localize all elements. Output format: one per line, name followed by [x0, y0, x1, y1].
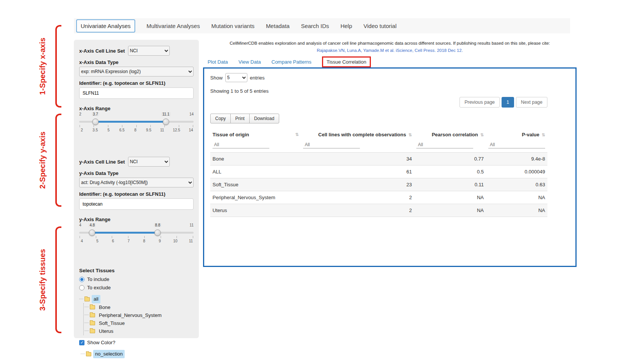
sort-icon[interactable]: ⇅ — [480, 133, 484, 137]
tab-help[interactable]: Help — [341, 23, 352, 29]
subtab-compare-patterns[interactable]: Compare Patterns — [272, 59, 312, 65]
copy-button[interactable]: Copy — [210, 114, 231, 123]
col-header-tissue-of-origin[interactable]: Tissue of origin⇅ — [210, 129, 301, 140]
tree-node-no-selection-label[interactable]: no_selection — [93, 350, 125, 358]
next-page-button[interactable]: Next page — [516, 97, 547, 108]
tree-node-uterus-label[interactable]: Uterus — [97, 327, 115, 335]
col-header-pearson-correlation[interactable]: Pearson correlation⇅ — [414, 129, 486, 140]
tree-node-all-label[interactable]: all — [92, 295, 100, 303]
y-slider-grid — [79, 236, 194, 238]
top-navbar: Univariate Analyses Multivariate Analyse… — [74, 18, 570, 33]
y-cell-line-set-select[interactable]: NCI — [128, 157, 170, 167]
y-identifier-input[interactable] — [79, 198, 194, 210]
tab-video-tutorial[interactable]: Video tutorial — [363, 23, 396, 29]
cell-tissue: Peripheral_Nervous_System — [210, 191, 301, 204]
tree-node-peripheral-nervous-system[interactable]: Peripheral_Nervous_System — [84, 311, 194, 319]
y-slider-min: 4 — [79, 223, 81, 227]
x-slider-min: 2 — [79, 112, 81, 116]
col-header-p-value[interactable]: P-value⇅ — [486, 129, 547, 140]
radio-exclude-icon[interactable] — [79, 285, 84, 290]
step2-bracket — [55, 114, 61, 207]
x-slider-labels: 2 3.7 11.1 14 — [79, 112, 194, 118]
folder-icon — [90, 305, 95, 309]
x-range-slider[interactable]: 2 3.7 11.1 14 23.556.589.51112.514 — [79, 112, 194, 136]
subtab-view-data[interactable]: View Data — [238, 59, 261, 65]
show-color-label: Show Color? — [87, 340, 115, 345]
cell-count: 34 — [301, 153, 414, 165]
tab-univariate-analyses[interactable]: Univariate Analyses — [76, 19, 135, 33]
exclude-label: To exclude — [87, 285, 111, 290]
print-button[interactable]: Print — [230, 114, 250, 123]
citation-reference-link[interactable]: Rajapakse.VN, Luna.A, Yamade.M et al. iS… — [205, 47, 575, 54]
y-slider-to: 8.8 — [154, 223, 161, 227]
table-row[interactable]: Bone 34 0.77 9.4e-8 — [210, 153, 547, 165]
folder-icon — [86, 352, 91, 356]
tree-node-bone-label[interactable]: Bone — [97, 303, 112, 311]
cell-tissue: Bone — [210, 153, 301, 165]
y-slider-ticks: 4567891011 — [79, 239, 194, 243]
cell-pearson: 0.11 — [414, 178, 486, 191]
tree-node-uterus[interactable]: Uterus — [84, 327, 194, 335]
export-button-group: Copy Print Download — [210, 114, 279, 123]
cell-pearson: 0.77 — [414, 153, 486, 165]
x-identifier-label: Identifier: (e.g. topotecan or SLFN11) — [79, 80, 194, 86]
download-button[interactable]: Download — [249, 114, 279, 123]
cell-p-value: 0.63 — [486, 178, 547, 191]
cell-p-value: NA — [486, 191, 547, 204]
tissues-exclude-option[interactable]: To exclude — [79, 285, 194, 290]
radio-include-icon[interactable] — [79, 277, 84, 282]
tab-mutation-variants[interactable]: Mutation variants — [211, 23, 255, 29]
y-slider-handle-to[interactable] — [155, 229, 161, 236]
y-slider-track[interactable] — [79, 229, 194, 236]
tree-node-all[interactable]: all — [79, 295, 194, 303]
step1-bracket — [55, 25, 61, 108]
col-header-cell-lines[interactable]: Cell lines with complete observations⇅ — [301, 129, 414, 140]
y-slider-bar — [92, 232, 158, 234]
filter-p-value-input[interactable] — [488, 141, 545, 148]
x-cell-line-set-select[interactable]: NCI — [128, 46, 170, 56]
filter-cell-lines-input[interactable] — [303, 141, 360, 148]
table-row[interactable]: ALL 61 0.5 0.000049 — [210, 165, 547, 178]
y-data-type-label: y-Axis Data Type — [79, 170, 194, 176]
subtab-tissue-correlation[interactable]: Tissue Correlation — [322, 56, 371, 67]
tree-children: Bone Peripheral_Nervous_System Soft_Tiss… — [83, 303, 194, 335]
table-row[interactable]: Peripheral_Nervous_System 2 NA NA — [210, 191, 547, 204]
tree-node-no-selection[interactable]: no_selection — [81, 350, 194, 358]
y-slider-handle-from[interactable] — [89, 229, 95, 236]
show-color-checkbox[interactable] — [79, 340, 84, 345]
x-identifier-input[interactable] — [79, 87, 194, 99]
tree-node-bone[interactable]: Bone — [84, 303, 194, 311]
y-range-label: y-Axis Range — [79, 217, 194, 222]
tab-search-ids[interactable]: Search IDs — [301, 23, 329, 29]
x-slider-handle-to[interactable] — [163, 119, 169, 125]
subtab-plot-data[interactable]: Plot Data — [208, 59, 228, 65]
sort-icon[interactable]: ⇅ — [295, 132, 299, 137]
tissues-include-option[interactable]: To include — [79, 276, 194, 282]
y-slider-labels: 4 4.8 8.8 11 — [79, 223, 194, 229]
x-slider-handle-from[interactable] — [92, 119, 98, 125]
previous-page-button[interactable]: Previous page — [460, 97, 500, 108]
sort-icon[interactable]: ⇅ — [408, 133, 412, 137]
y-data-type-select[interactable]: act: Drug Activity (-log10[IC50M]) — [79, 178, 194, 187]
tab-multivariate-analyses[interactable]: Multivariate Analyses — [147, 23, 200, 29]
tree-node-soft-tissue[interactable]: Soft_Tissue — [84, 319, 194, 327]
table-row[interactable]: Uterus 2 NA NA — [210, 204, 547, 217]
cell-count: 61 — [301, 165, 414, 178]
page-1-button[interactable]: 1 — [502, 97, 514, 108]
table-row[interactable]: Soft_Tissue 23 0.11 0.63 — [210, 178, 547, 191]
x-slider-track[interactable] — [79, 118, 194, 125]
tree-node-pns-label[interactable]: Peripheral_Nervous_System — [97, 311, 163, 319]
no-selection-tree: no_selection — [81, 350, 194, 358]
show-color-option[interactable]: Show Color? — [79, 340, 194, 345]
filter-tissue-input[interactable] — [213, 141, 269, 148]
sort-icon[interactable]: ⇅ — [542, 133, 545, 137]
y-slider-max: 11 — [190, 223, 194, 227]
x-data-type-select[interactable]: exp: mRNA Expression (log2) — [79, 67, 194, 76]
cell-p-value: 9.4e-8 — [486, 153, 547, 165]
x-slider-bar — [95, 121, 166, 123]
filter-pearson-input[interactable] — [416, 141, 473, 148]
tab-metadata[interactable]: Metadata — [266, 23, 290, 29]
show-entries-select[interactable]: 5 — [225, 73, 247, 82]
tree-node-soft-tissue-label[interactable]: Soft_Tissue — [97, 319, 127, 327]
y-range-slider[interactable]: 4 4.8 8.8 11 4567891011 — [79, 223, 194, 247]
